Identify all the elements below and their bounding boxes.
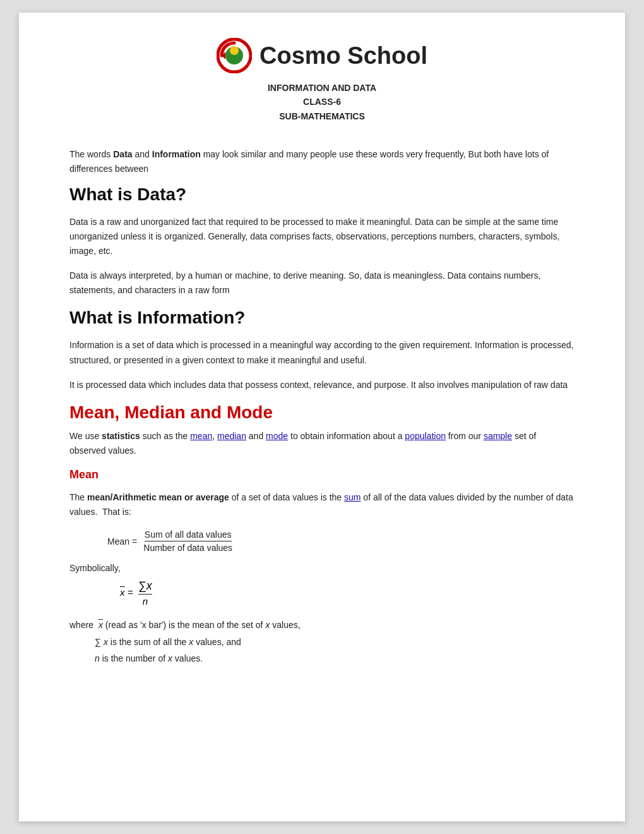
- link-sum[interactable]: sum: [344, 492, 361, 502]
- subject-line1: INFORMATION AND DATA: [268, 81, 376, 95]
- intro-paragraph: The words Data and Information may look …: [69, 147, 575, 176]
- header: Cosmo School INFORMATION AND DATA CLASS-…: [69, 38, 575, 135]
- subject-block: INFORMATION AND DATA CLASS-6 SUB-MATHEMA…: [268, 81, 376, 123]
- info-para2: It is processed data which includes data…: [69, 378, 575, 392]
- data-para1: Data is a raw and unorganized fact that …: [69, 215, 575, 258]
- link-median[interactable]: median: [217, 431, 246, 441]
- symbolic-fraction: ∑x n: [138, 579, 152, 607]
- where-line3: n is the number of x values.: [95, 650, 575, 667]
- link-mean[interactable]: mean: [190, 431, 212, 441]
- sigma-denominator: n: [143, 595, 148, 607]
- mean-subheading: Mean: [69, 468, 575, 481]
- school-name: Cosmo School: [259, 42, 427, 70]
- section-mmm-heading: Mean, Median and Mode: [69, 402, 575, 423]
- subject-line3: SUB-MATHEMATICS: [268, 109, 376, 123]
- link-population[interactable]: population: [405, 431, 446, 441]
- info-para1: Information is a set of data which is pr…: [69, 338, 575, 367]
- mean-para: The mean/Arithmetic mean or average of a…: [69, 490, 575, 519]
- link-mode[interactable]: mode: [266, 431, 288, 441]
- formula-numerator: Sum of all data values: [145, 529, 232, 541]
- mmm-intro: We use statistics such as the mean, medi…: [69, 429, 575, 458]
- data-para2: Data is always interpreted, by a human o…: [69, 269, 575, 298]
- sigma-numerator: ∑x: [138, 579, 152, 595]
- x-bar-symbol: x: [120, 587, 125, 598]
- link-sample[interactable]: sample: [484, 431, 512, 441]
- logo-row: Cosmo School: [217, 38, 427, 73]
- where-line2: ∑ x is the sum of all the x values, and: [95, 634, 575, 651]
- where-block: where x (read as 'x bar') is the mean of…: [69, 617, 575, 667]
- symbolic-formula: x = ∑x n: [120, 579, 575, 607]
- formula-fraction: Sum of all data values Number of data va…: [143, 529, 232, 553]
- cosmo-school-logo: [217, 38, 252, 73]
- mean-formula: Mean = Sum of all data values Number of …: [107, 529, 575, 553]
- subject-line2: CLASS-6: [268, 95, 376, 109]
- where-line1: where x (read as 'x bar') is the mean of…: [69, 617, 575, 634]
- formula-denominator: Number of data values: [143, 541, 232, 553]
- page: Cosmo School INFORMATION AND DATA CLASS-…: [19, 13, 625, 821]
- section-information-heading: What is Information?: [69, 308, 575, 328]
- formula-label: Mean =: [107, 536, 137, 547]
- symbolically-label: Symbolically,: [69, 563, 575, 573]
- svg-point-2: [230, 46, 239, 55]
- section-data-heading: What is Data?: [69, 184, 575, 205]
- equals-sign: =: [128, 587, 136, 598]
